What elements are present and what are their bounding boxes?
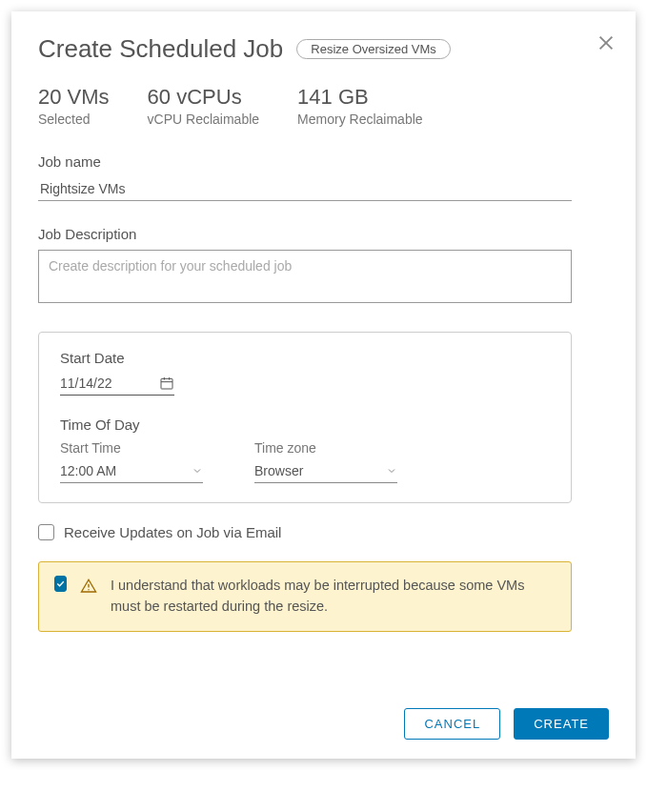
summary-stats: 20 VMs Selected 60 vCPUs vCPU Reclaimabl… (38, 85, 609, 127)
header: Create Scheduled Job Resize Oversized VM… (38, 34, 609, 64)
job-description-section: Job Description (38, 226, 609, 307)
chevron-down-icon (386, 465, 397, 477)
start-date-label: Start Date (60, 350, 550, 366)
email-updates-checkbox[interactable] (38, 524, 54, 540)
time-of-day-label: Time Of Day (60, 416, 550, 433)
modal-title: Create Scheduled Job (38, 34, 283, 64)
job-name-label: Job name (38, 153, 609, 170)
chevron-down-icon (192, 465, 203, 477)
schedule-panel: Start Date 11/14/22 Time Of Day Start Ti… (38, 332, 572, 503)
timezone-dropdown[interactable]: Browser (254, 463, 397, 483)
close-button[interactable] (596, 32, 617, 53)
stat-memory: 141 GB Memory Reclaimable (297, 85, 422, 127)
start-time-value: 12:00 AM (60, 463, 116, 478)
job-description-input[interactable] (38, 250, 572, 303)
start-time-dropdown[interactable]: 12:00 AM (60, 463, 203, 483)
start-time-label: Start Time (60, 440, 203, 456)
time-of-day-row: Start Time 12:00 AM Time zone Browser (60, 440, 550, 483)
job-name-input[interactable] (38, 177, 572, 201)
create-scheduled-job-modal: Create Scheduled Job Resize Oversized VM… (11, 11, 636, 759)
job-type-tag: Resize Oversized VMs (296, 39, 450, 59)
warning-acknowledge-checkbox[interactable] (54, 576, 67, 592)
footer: CANCEL CREATE (38, 708, 609, 740)
email-updates-row: Receive Updates on Job via Email (38, 524, 609, 540)
start-date-value: 11/14/22 (60, 376, 112, 391)
timezone-col: Time zone Browser (254, 440, 397, 483)
warning-panel: I understand that workloads may be inter… (38, 561, 572, 632)
create-button[interactable]: CREATE (514, 708, 609, 740)
svg-point-5 (88, 589, 90, 591)
stat-vms: 20 VMs Selected (38, 85, 110, 127)
job-name-section: Job name (38, 153, 609, 201)
calendar-icon (159, 376, 174, 391)
stat-memory-value: 141 GB (297, 85, 422, 110)
svg-rect-0 (161, 378, 172, 389)
cancel-button[interactable]: CANCEL (404, 708, 500, 740)
warning-text: I understand that workloads may be inter… (111, 576, 556, 618)
stat-vms-label: Selected (38, 112, 110, 127)
timezone-value: Browser (254, 463, 303, 478)
warning-icon (80, 578, 97, 595)
stat-vcpus: 60 vCPUs vCPU Reclaimable (148, 85, 259, 127)
start-time-col: Start Time 12:00 AM (60, 440, 203, 483)
stat-vcpus-value: 60 vCPUs (148, 85, 259, 110)
check-icon (55, 579, 66, 589)
stat-memory-label: Memory Reclaimable (297, 112, 422, 127)
close-icon (596, 32, 617, 53)
start-date-input[interactable]: 11/14/22 (60, 376, 174, 396)
job-description-label: Job Description (38, 226, 609, 242)
email-updates-label: Receive Updates on Job via Email (64, 524, 281, 540)
stat-vcpus-label: vCPU Reclaimable (148, 112, 259, 127)
stat-vms-value: 20 VMs (38, 85, 110, 110)
timezone-label: Time zone (254, 440, 397, 456)
